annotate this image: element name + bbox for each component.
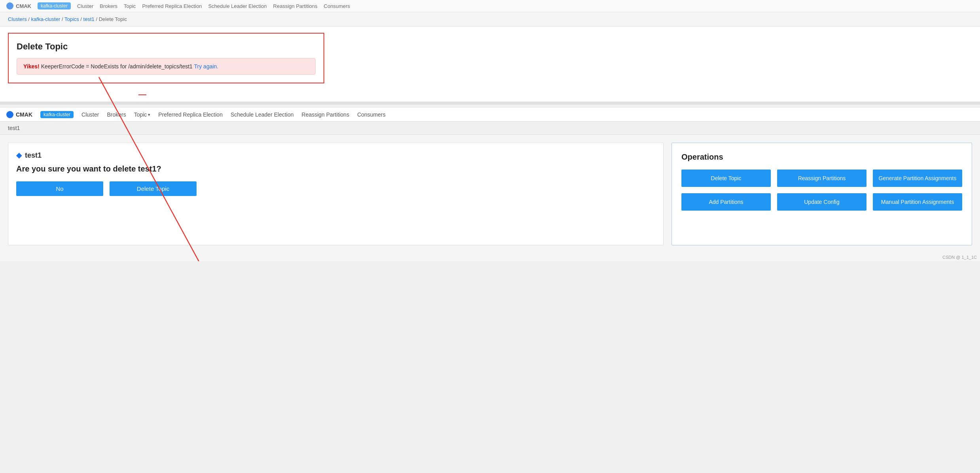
arrow-left-icon: ◆ (16, 151, 22, 160)
logo-circle-main (6, 111, 13, 118)
breadcrumb-current: Delete Topic (99, 16, 127, 22)
nav-cluster-top[interactable]: Cluster (77, 3, 93, 9)
operations-title: Operations (681, 153, 962, 162)
second-nav: CMAK kafka-cluster Cluster Brokers Topic… (0, 108, 980, 122)
ops-manual-partition-assignments-button[interactable]: Manual Partition Assignments (873, 193, 962, 211)
error-box: Yikes! KeeperErrorCode = NodeExists for … (17, 58, 316, 75)
nav-schedule-main[interactable]: Schedule Leader Election (231, 111, 294, 118)
delete-topic-button-left[interactable]: Delete Topic (110, 181, 197, 196)
ops-reassign-partitions-button[interactable]: Reassign Partitions (777, 170, 866, 187)
breadcrumb-topics[interactable]: Topics (64, 16, 79, 22)
topic-header: ◆ test1 (16, 151, 655, 160)
ops-add-partitions-button[interactable]: Add Partitions (681, 193, 771, 211)
separator (0, 102, 980, 105)
top-nav-background: CMAK kafka-cluster Cluster Brokers Topic… (0, 0, 980, 12)
cmak-logo: CMAK (6, 111, 32, 118)
nav-schedule-top[interactable]: Schedule Leader Election (208, 3, 267, 9)
breadcrumb: Clusters / kafka-cluster / Topics / test… (0, 12, 980, 26)
main-container: CMAK kafka-cluster Cluster Brokers Topic… (0, 108, 980, 253)
logo-text: CMAK (16, 3, 31, 9)
logo-circle (6, 2, 13, 9)
delete-topic-title: Delete Topic (17, 41, 316, 52)
nav-consumers-top[interactable]: Consumers (324, 3, 350, 9)
nav-consumers-main[interactable]: Consumers (357, 111, 386, 118)
nav-topic-main[interactable]: Topic (134, 111, 151, 118)
no-button[interactable]: No (16, 181, 103, 196)
nav-cluster-main[interactable]: Cluster (81, 111, 99, 118)
error-prefix: Yikes! (23, 63, 40, 70)
topic-name-header: test1 (25, 151, 42, 160)
topic-bar-name: test1 (8, 125, 20, 131)
left-panel: ◆ test1 Are you sure you want to delete … (8, 143, 664, 245)
nav-reassign-top[interactable]: Reassign Partitions (273, 3, 318, 9)
nav-topic-top[interactable]: Topic (124, 3, 136, 9)
breadcrumb-clusters[interactable]: Clusters (8, 16, 27, 22)
nav-reassign-main[interactable]: Reassign Partitions (302, 111, 350, 118)
button-row: No Delete Topic (16, 181, 655, 196)
confirm-text: Are you sure you want to delete test1? (16, 164, 655, 173)
error-body: KeeperErrorCode = NodeExists for /admin/… (41, 63, 194, 70)
ops-update-config-button[interactable]: Update Config (777, 193, 866, 211)
topic-bar: test1 (0, 122, 980, 135)
nav-brokers-main[interactable]: Brokers (107, 111, 126, 118)
ops-generate-partition-assignments-button[interactable]: Generate Partition Assignments (873, 170, 962, 187)
nav-preferred-top[interactable]: Preferred Replica Election (142, 3, 202, 9)
bottom-note: CSDN @ 1_1_1C (0, 253, 980, 261)
nav-preferred-main[interactable]: Preferred Replica Election (158, 111, 223, 118)
breadcrumb-test1[interactable]: test1 (83, 16, 95, 22)
cluster-badge-top: kafka-cluster (38, 2, 71, 9)
red-dash-annotation: — (138, 90, 146, 99)
ops-delete-topic-button[interactable]: Delete Topic (681, 170, 771, 187)
breadcrumb-kafka-cluster[interactable]: kafka-cluster (31, 16, 61, 22)
delete-topic-panel-upper: Delete Topic Yikes! KeeperErrorCode = No… (8, 33, 324, 83)
right-panel: Operations Delete Topic Reassign Partiti… (672, 143, 972, 245)
operations-grid: Delete Topic Reassign Partitions Generat… (681, 170, 962, 211)
nav-brokers-top[interactable]: Brokers (100, 3, 117, 9)
cluster-badge-main: kafka-cluster (40, 111, 74, 118)
upper-panel: Clusters / kafka-cluster / Topics / test… (0, 12, 980, 102)
cmak-logo-text: CMAK (16, 111, 32, 118)
content-area: ◆ test1 Are you sure you want to delete … (0, 135, 980, 253)
logo-top: CMAK (6, 2, 31, 9)
try-again-link[interactable]: Try again. (194, 63, 219, 70)
